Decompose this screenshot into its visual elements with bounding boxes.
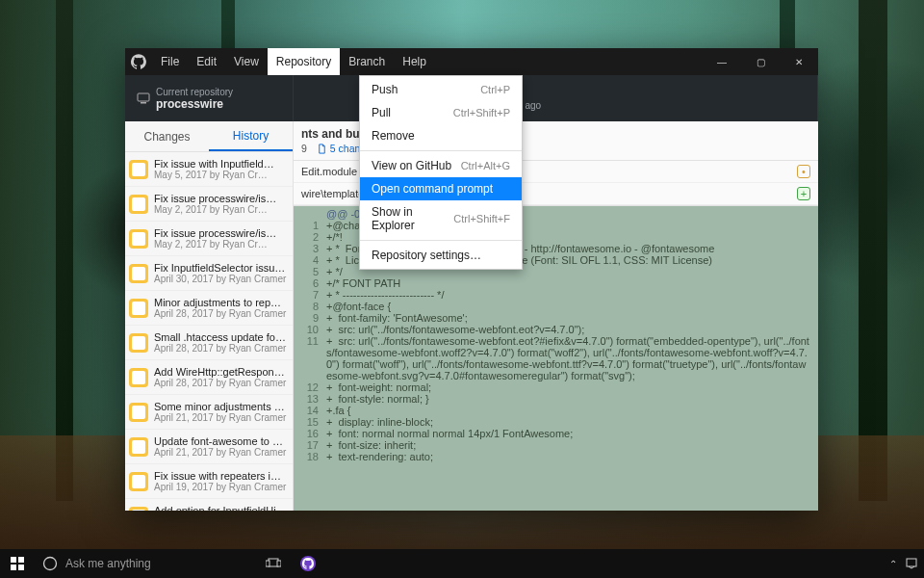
- diff-line: 14+.fa {: [294, 405, 818, 416]
- line-number: [294, 208, 326, 220]
- commit-title: Add WireHttp::getResponseHeader…: [154, 366, 287, 378]
- system-tray[interactable]: ⌃: [889, 557, 924, 570]
- menu-branch[interactable]: Branch: [340, 48, 394, 75]
- commit-meta: May 2, 2017 by Ryan Cr…: [154, 204, 287, 215]
- menu-item-remove[interactable]: Remove: [360, 124, 522, 147]
- commit-title: Update font-awesome to 4.7 per pr…: [154, 435, 287, 447]
- menu-edit[interactable]: Edit: [188, 48, 225, 75]
- commit-meta: April 30, 2017 by Ryan Cramer: [154, 274, 287, 284]
- commit-avatar-icon: [129, 368, 148, 387]
- menu-item-open-command-prompt[interactable]: Open command prompt: [360, 177, 522, 200]
- tab-changes[interactable]: Changes: [125, 121, 209, 151]
- commit-meta: May 5, 2017 by Ryan Cr…: [154, 170, 287, 180]
- commit-item[interactable]: Fix issue with Inputfield…May 5, 2017 by…: [125, 152, 293, 187]
- line-number: 13: [294, 393, 326, 405]
- notifications-icon[interactable]: [905, 557, 918, 570]
- menu-repository[interactable]: Repository: [268, 48, 340, 75]
- commit-item[interactable]: Small .htaccess update for HTTPS re…Apri…: [125, 326, 293, 360]
- menu-item-show-in-explorer[interactable]: Show in ExplorerCtrl+Shift+F: [360, 200, 522, 237]
- commit-title: Some minor adjustments and bump…: [154, 401, 287, 412]
- line-number: 15: [294, 416, 326, 428]
- menu-separator: [360, 150, 522, 151]
- line-number: 16: [294, 428, 326, 439]
- menu-separator: [360, 240, 522, 241]
- commit-meta: April 21, 2017 by Ryan Cramer: [154, 412, 287, 423]
- commit-item[interactable]: Fix issue processwire/is…May 2, 2017 by …: [125, 187, 293, 222]
- commit-meta: April 28, 2017 by Ryan Cramer: [154, 343, 287, 354]
- menu-file[interactable]: File: [152, 48, 188, 75]
- svg-rect-4: [11, 565, 16, 570]
- commit-title: Fix issue with repeaters in renderVa…: [154, 470, 287, 482]
- line-number: 7: [294, 289, 326, 301]
- svg-rect-0: [138, 93, 149, 101]
- line-content: +/* FONT PATH: [326, 277, 818, 289]
- line-content: +@font-face {: [326, 301, 818, 312]
- diff-line: 17+ font-size: inherit;: [294, 439, 818, 451]
- commit-avatar-icon: [129, 507, 148, 511]
- taskbar-search[interactable]: Ask me anything: [35, 549, 256, 578]
- line-number: 10: [294, 324, 326, 335]
- commit-item[interactable]: Update font-awesome to 4.7 per pr…April …: [125, 430, 293, 464]
- commit-list[interactable]: Fix issue with Inputfield…May 5, 2017 by…: [125, 152, 293, 511]
- repository-menu: PushCtrl+PPullCtrl+Shift+PRemoveView on …: [359, 75, 523, 270]
- menu-view[interactable]: View: [225, 48, 268, 75]
- taskbar-app-github[interactable]: [291, 549, 325, 578]
- commit-item[interactable]: Add WireHttp::getResponseHeader…April 28…: [125, 360, 293, 395]
- current-repository-selector[interactable]: Current repository processwire: [125, 75, 294, 121]
- line-number: 2: [294, 231, 326, 243]
- commit-title: Fix issue with Inputfield…: [154, 158, 287, 170]
- commit-item[interactable]: Fix issue processwire/is…May 2, 2017 by …: [125, 222, 293, 256]
- task-view-button[interactable]: [256, 549, 291, 578]
- line-content: + src: url("../fonts/fontawesome-webfont…: [326, 324, 818, 335]
- commit-meta: May 2, 2017 by Ryan Cr…: [154, 239, 287, 250]
- line-number: 6: [294, 277, 326, 289]
- commit-avatar-icon: [129, 160, 148, 179]
- commit-item[interactable]: Fix issue with repeaters in renderVa…Apr…: [125, 464, 293, 499]
- line-content: + font-weight: normal;: [326, 381, 818, 393]
- search-placeholder: Ask me anything: [65, 557, 151, 570]
- menu-item-pull[interactable]: PullCtrl+Shift+P: [360, 101, 522, 124]
- minimize-button[interactable]: —: [703, 48, 741, 75]
- github-desktop-window: FileEditViewRepositoryBranchHelp — ▢ ✕ C…: [125, 48, 818, 511]
- diff-line: 8+@font-face {: [294, 301, 818, 312]
- svg-rect-8: [266, 561, 270, 566]
- file-icon: [317, 144, 327, 154]
- commit-title: Add option for InputfieldHidden to …: [154, 505, 287, 511]
- tray-chevron-up-icon[interactable]: ⌃: [889, 559, 897, 569]
- menu-item-repository-settings-[interactable]: Repository settings…: [360, 244, 522, 267]
- commit-item[interactable]: Add option for InputfieldHidden to …Apri…: [125, 499, 293, 511]
- sidebar-tabs: Changes History: [125, 121, 293, 152]
- tab-history[interactable]: History: [209, 121, 293, 151]
- diff-line: 16+ font: normal normal normal 14px/1 Fo…: [294, 428, 818, 439]
- start-button[interactable]: [0, 557, 35, 570]
- diff-line: 9+ font-family: 'FontAwesome';: [294, 312, 818, 324]
- commit-avatar-icon: [129, 333, 148, 353]
- commit-meta: April 28, 2017 by Ryan Cramer: [154, 308, 287, 319]
- cortana-icon: [42, 556, 58, 571]
- commit-item[interactable]: Some minor adjustments and bump…April 21…: [125, 395, 293, 430]
- line-content: +.fa {: [326, 405, 818, 416]
- close-button[interactable]: ✕: [780, 48, 818, 75]
- github-icon: [125, 54, 152, 69]
- commit-title: Fix InputfieldSelector issue identifie…: [154, 262, 287, 274]
- svg-rect-11: [907, 559, 916, 566]
- menu-item-view-on-github[interactable]: View on GitHubCtrl+Alt+G: [360, 154, 522, 177]
- commit-avatar-icon: [129, 264, 148, 283]
- line-number: 3: [294, 243, 326, 254]
- svg-rect-9: [277, 561, 281, 566]
- menu-item-push[interactable]: PushCtrl+P: [360, 78, 522, 101]
- line-number: 11: [294, 335, 326, 381]
- commit-item[interactable]: Minor adjustments to repeater and …April…: [125, 291, 293, 326]
- commit-item[interactable]: Fix InputfieldSelector issue identifie…A…: [125, 256, 293, 291]
- menu-help[interactable]: Help: [394, 48, 435, 75]
- computer-icon: [137, 92, 150, 105]
- svg-rect-3: [18, 557, 24, 563]
- commit-avatar-icon: [129, 472, 148, 491]
- line-content: + font-size: inherit;: [326, 439, 818, 451]
- maximize-button[interactable]: ▢: [741, 48, 780, 75]
- windows-icon: [11, 557, 24, 570]
- line-number: 14: [294, 405, 326, 416]
- commit-avatar-icon: [129, 229, 148, 249]
- line-content: + text-rendering: auto;: [326, 451, 818, 462]
- commit-meta: April 28, 2017 by Ryan Cramer: [154, 378, 287, 388]
